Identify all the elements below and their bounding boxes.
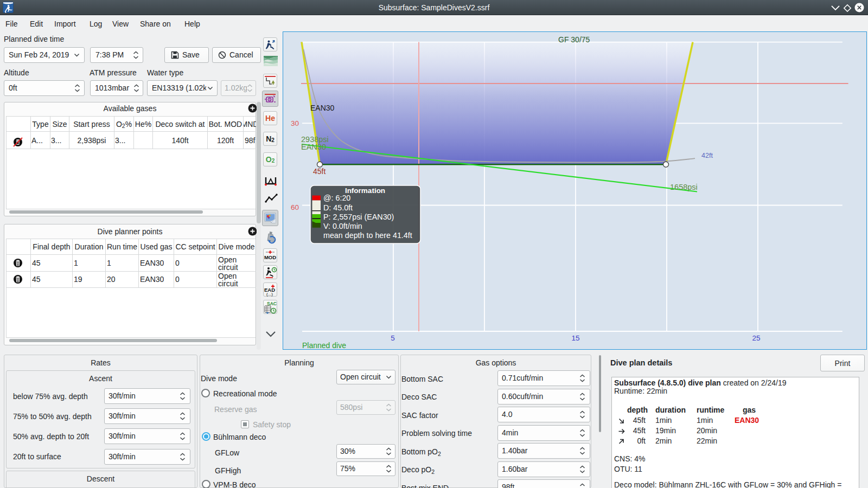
svg-text:D: 45.0ft: D: 45.0ft	[323, 203, 353, 212]
svg-text:42ft: 42ft	[701, 152, 713, 159]
svg-text:P: 2,557psi (EAN30): P: 2,557psi (EAN30)	[323, 213, 394, 221]
svg-text:30: 30	[291, 119, 299, 127]
svg-text:MOD: MOD	[264, 254, 276, 260]
svg-text:5: 5	[391, 334, 395, 342]
svg-text:V: 0.0ft/min: V: 0.0ft/min	[323, 222, 362, 230]
svg-text:@: 6:20: @: 6:20	[323, 194, 350, 202]
svg-text:1658psi: 1658psi	[670, 183, 698, 191]
svg-text:EAN30: EAN30	[310, 104, 335, 112]
svg-text:45ft: 45ft	[313, 167, 326, 176]
svg-text:15: 15	[571, 334, 579, 342]
svg-text:GF 30/75: GF 30/75	[558, 35, 590, 44]
svg-text:mean depth to here 41.4ft: mean depth to here 41.4ft	[323, 231, 412, 240]
svg-text:(...): (...)	[266, 292, 273, 297]
svg-text:EAN30: EAN30	[301, 143, 326, 151]
svg-text:Information: Information	[345, 187, 385, 195]
svg-text:Planned dive: Planned dive	[302, 341, 346, 350]
svg-text:25: 25	[752, 334, 760, 342]
svg-text:60: 60	[291, 203, 299, 211]
